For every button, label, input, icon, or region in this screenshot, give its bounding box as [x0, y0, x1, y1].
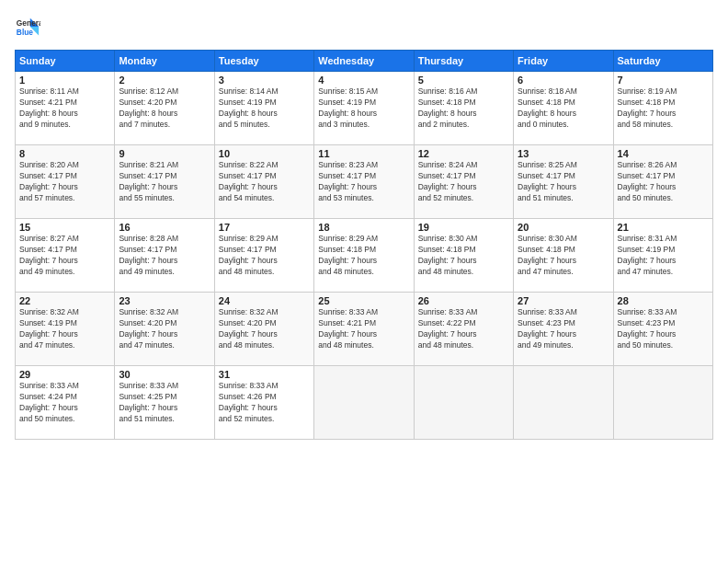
- day-number: 18: [318, 222, 409, 233]
- day-info: Sunrise: 8:21 AM Sunset: 4:17 PM Dayligh…: [119, 160, 210, 204]
- day-info: Sunrise: 8:33 AM Sunset: 4:26 PM Dayligh…: [219, 381, 310, 425]
- day-number: 6: [518, 75, 609, 86]
- day-number: 4: [318, 75, 409, 86]
- calendar-day-cell: 29Sunrise: 8:33 AM Sunset: 4:24 PM Dayli…: [16, 366, 115, 440]
- calendar-day-cell: 1Sunrise: 8:11 AM Sunset: 4:21 PM Daylig…: [16, 72, 115, 145]
- calendar-week-row: 22Sunrise: 8:32 AM Sunset: 4:19 PM Dayli…: [16, 293, 713, 366]
- calendar-day-cell: 15Sunrise: 8:27 AM Sunset: 4:17 PM Dayli…: [16, 219, 115, 293]
- day-of-week-header: Monday: [115, 51, 214, 72]
- calendar-day-cell: 20Sunrise: 8:30 AM Sunset: 4:18 PM Dayli…: [514, 219, 613, 293]
- day-number: 31: [219, 369, 310, 380]
- day-number: 16: [119, 222, 210, 233]
- calendar-day-cell: [613, 366, 712, 440]
- calendar-day-cell: 10Sunrise: 8:22 AM Sunset: 4:17 PM Dayli…: [214, 145, 313, 219]
- calendar-day-cell: 13Sunrise: 8:25 AM Sunset: 4:17 PM Dayli…: [514, 145, 613, 219]
- calendar-day-cell: 25Sunrise: 8:33 AM Sunset: 4:21 PM Dayli…: [314, 293, 414, 366]
- calendar-day-cell: 16Sunrise: 8:28 AM Sunset: 4:17 PM Dayli…: [115, 219, 214, 293]
- day-number: 22: [19, 295, 110, 306]
- day-number: 9: [119, 148, 210, 159]
- calendar-day-cell: [314, 366, 414, 440]
- day-info: Sunrise: 8:25 AM Sunset: 4:17 PM Dayligh…: [518, 160, 609, 204]
- day-number: 3: [219, 75, 310, 86]
- day-info: Sunrise: 8:29 AM Sunset: 4:18 PM Dayligh…: [318, 234, 409, 278]
- calendar-week-row: 1Sunrise: 8:11 AM Sunset: 4:21 PM Daylig…: [16, 72, 713, 145]
- day-info: Sunrise: 8:33 AM Sunset: 4:24 PM Dayligh…: [19, 381, 110, 425]
- day-number: 17: [219, 222, 310, 233]
- day-info: Sunrise: 8:15 AM Sunset: 4:19 PM Dayligh…: [318, 86, 409, 131]
- day-info: Sunrise: 8:12 AM Sunset: 4:20 PM Dayligh…: [119, 86, 210, 131]
- day-info: Sunrise: 8:22 AM Sunset: 4:17 PM Dayligh…: [219, 160, 310, 204]
- day-number: 21: [618, 222, 709, 233]
- day-info: Sunrise: 8:31 AM Sunset: 4:19 PM Dayligh…: [618, 234, 709, 278]
- day-of-week-header: Saturday: [613, 51, 712, 72]
- day-info: Sunrise: 8:18 AM Sunset: 4:18 PM Dayligh…: [518, 86, 609, 131]
- day-number: 12: [418, 148, 509, 159]
- day-number: 28: [618, 295, 709, 306]
- day-info: Sunrise: 8:30 AM Sunset: 4:18 PM Dayligh…: [418, 234, 509, 278]
- day-info: Sunrise: 8:32 AM Sunset: 4:20 PM Dayligh…: [219, 307, 310, 351]
- calendar-day-cell: 18Sunrise: 8:29 AM Sunset: 4:18 PM Dayli…: [314, 219, 414, 293]
- calendar-day-cell: 7Sunrise: 8:19 AM Sunset: 4:18 PM Daylig…: [613, 72, 712, 145]
- calendar-table: SundayMondayTuesdayWednesdayThursdayFrid…: [15, 50, 713, 440]
- calendar-day-cell: 23Sunrise: 8:32 AM Sunset: 4:20 PM Dayli…: [115, 293, 214, 366]
- day-number: 15: [19, 222, 110, 233]
- day-of-week-header: Sunday: [16, 51, 115, 72]
- calendar-header-row: SundayMondayTuesdayWednesdayThursdayFrid…: [16, 51, 713, 72]
- logo: General Blue: [15, 15, 40, 40]
- calendar-day-cell: 26Sunrise: 8:33 AM Sunset: 4:22 PM Dayli…: [414, 293, 513, 366]
- calendar-day-cell: 3Sunrise: 8:14 AM Sunset: 4:19 PM Daylig…: [214, 72, 313, 145]
- calendar-day-cell: 28Sunrise: 8:33 AM Sunset: 4:23 PM Dayli…: [613, 293, 712, 366]
- day-info: Sunrise: 8:32 AM Sunset: 4:19 PM Dayligh…: [19, 307, 110, 351]
- day-number: 25: [318, 295, 409, 306]
- day-info: Sunrise: 8:23 AM Sunset: 4:17 PM Dayligh…: [318, 160, 409, 204]
- day-number: 1: [19, 75, 110, 86]
- calendar-day-cell: 30Sunrise: 8:33 AM Sunset: 4:25 PM Dayli…: [115, 366, 214, 440]
- day-number: 8: [19, 148, 110, 159]
- day-number: 30: [119, 369, 210, 380]
- day-number: 2: [119, 75, 210, 86]
- day-info: Sunrise: 8:20 AM Sunset: 4:17 PM Dayligh…: [19, 160, 110, 204]
- day-info: Sunrise: 8:11 AM Sunset: 4:21 PM Dayligh…: [19, 86, 110, 131]
- day-of-week-header: Wednesday: [314, 51, 414, 72]
- calendar-day-cell: 4Sunrise: 8:15 AM Sunset: 4:19 PM Daylig…: [314, 72, 414, 145]
- calendar-day-cell: 12Sunrise: 8:24 AM Sunset: 4:17 PM Dayli…: [414, 145, 513, 219]
- day-info: Sunrise: 8:29 AM Sunset: 4:17 PM Dayligh…: [219, 234, 310, 278]
- day-number: 29: [19, 369, 110, 380]
- day-number: 20: [518, 222, 609, 233]
- svg-text:Blue: Blue: [17, 28, 33, 37]
- day-number: 5: [418, 75, 509, 86]
- calendar-day-cell: 21Sunrise: 8:31 AM Sunset: 4:19 PM Dayli…: [613, 219, 712, 293]
- day-info: Sunrise: 8:19 AM Sunset: 4:18 PM Dayligh…: [618, 86, 709, 131]
- day-of-week-header: Friday: [514, 51, 613, 72]
- calendar-day-cell: [514, 366, 613, 440]
- day-info: Sunrise: 8:33 AM Sunset: 4:23 PM Dayligh…: [518, 307, 609, 351]
- svg-text:General: General: [17, 18, 40, 28]
- calendar-week-row: 29Sunrise: 8:33 AM Sunset: 4:24 PM Dayli…: [16, 366, 713, 440]
- day-info: Sunrise: 8:27 AM Sunset: 4:17 PM Dayligh…: [19, 234, 110, 278]
- day-info: Sunrise: 8:30 AM Sunset: 4:18 PM Dayligh…: [518, 234, 609, 278]
- day-info: Sunrise: 8:33 AM Sunset: 4:25 PM Dayligh…: [119, 381, 210, 425]
- day-number: 27: [518, 295, 609, 306]
- day-info: Sunrise: 8:16 AM Sunset: 4:18 PM Dayligh…: [418, 86, 509, 131]
- day-number: 19: [418, 222, 509, 233]
- day-info: Sunrise: 8:33 AM Sunset: 4:23 PM Dayligh…: [618, 307, 709, 351]
- day-info: Sunrise: 8:24 AM Sunset: 4:17 PM Dayligh…: [418, 160, 509, 204]
- calendar-day-cell: 19Sunrise: 8:30 AM Sunset: 4:18 PM Dayli…: [414, 219, 513, 293]
- day-number: 14: [618, 148, 709, 159]
- day-number: 13: [518, 148, 609, 159]
- calendar-day-cell: 6Sunrise: 8:18 AM Sunset: 4:18 PM Daylig…: [514, 72, 613, 145]
- calendar-day-cell: 24Sunrise: 8:32 AM Sunset: 4:20 PM Dayli…: [214, 293, 313, 366]
- day-of-week-header: Thursday: [414, 51, 513, 72]
- calendar-day-cell: 27Sunrise: 8:33 AM Sunset: 4:23 PM Dayli…: [514, 293, 613, 366]
- calendar-week-row: 15Sunrise: 8:27 AM Sunset: 4:17 PM Dayli…: [16, 219, 713, 293]
- day-number: 7: [618, 75, 709, 86]
- day-info: Sunrise: 8:28 AM Sunset: 4:17 PM Dayligh…: [119, 234, 210, 278]
- calendar-day-cell: 8Sunrise: 8:20 AM Sunset: 4:17 PM Daylig…: [16, 145, 115, 219]
- calendar-day-cell: 17Sunrise: 8:29 AM Sunset: 4:17 PM Dayli…: [214, 219, 313, 293]
- header: General Blue: [15, 15, 713, 40]
- calendar-day-cell: 11Sunrise: 8:23 AM Sunset: 4:17 PM Dayli…: [314, 145, 414, 219]
- day-info: Sunrise: 8:32 AM Sunset: 4:20 PM Dayligh…: [119, 307, 210, 351]
- day-number: 23: [119, 295, 210, 306]
- calendar-day-cell: [414, 366, 513, 440]
- calendar-page: General Blue SundayMondayTuesdayWednesda…: [0, 0, 728, 563]
